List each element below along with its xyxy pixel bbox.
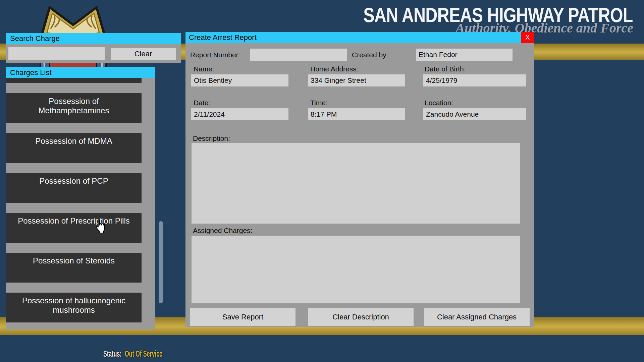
charge-item-pcp[interactable]: Possession of PCP [6, 173, 142, 203]
charges-list-title: Charges List [10, 68, 52, 77]
search-clear-label: Clear [135, 50, 152, 58]
clear-description-label: Clear Description [332, 313, 389, 321]
location-label: Location: [425, 99, 453, 107]
search-charge-header: Search Charge [6, 33, 181, 44]
date-label: Date: [194, 99, 210, 107]
date-field[interactable]: 2/11/2024 [191, 108, 288, 120]
time-label: Time: [310, 99, 328, 107]
search-charge-body: Clear [6, 44, 181, 63]
assigned-charges-box[interactable] [192, 236, 520, 303]
charge-item-steroids[interactable]: Possession of Steroids [6, 253, 142, 283]
status-value: Out Of Service [125, 349, 162, 359]
charges-list-scrollbar-thumb[interactable] [159, 221, 163, 303]
name-label: Name: [194, 65, 214, 73]
status-bar: Status: Out Of Service [103, 349, 162, 359]
time-field[interactable]: 8:17 PM [308, 108, 405, 120]
name-field[interactable]: Otis Bentley [191, 74, 288, 86]
charge-item-methamphetamines[interactable]: Possession of Methamphetamines [6, 93, 142, 123]
search-input[interactable] [8, 47, 105, 60]
charges-list-body: Possession of Methamphetamines Possessio… [6, 78, 155, 329]
charge-item-hallucinogenic-mushrooms[interactable]: Possession of hallucinogenic mushrooms [6, 293, 142, 322]
description-label: Description: [193, 134, 230, 142]
clear-description-button[interactable]: Clear Description [308, 308, 414, 326]
report-number-field[interactable] [250, 49, 347, 61]
charges-list-panel: Charges List Possession of Methamphetami… [6, 67, 155, 329]
charge-item-mdma[interactable]: Possession of MDMA [6, 133, 142, 163]
home-address-field[interactable]: 334 Ginger Street [308, 74, 405, 86]
date-of-birth-field[interactable]: 4/25/1979 [423, 74, 526, 86]
location-field[interactable]: Zancudo Avenue [423, 108, 526, 120]
home-address-label: Home Address: [310, 65, 359, 73]
report-window-title: Create Arrest Report [189, 33, 257, 42]
create-arrest-report-window: Create Arrest Report X Report Number: Cr… [185, 32, 534, 327]
charges-list-header: Charges List [6, 67, 155, 78]
charge-item-prescription-pills[interactable]: Possession of Prescription Pills [6, 213, 142, 243]
search-clear-button[interactable]: Clear [111, 48, 176, 60]
clear-assigned-charges-button[interactable]: Clear Assigned Charges [424, 308, 530, 326]
assigned-charges-label: Assigned Charges: [193, 227, 252, 235]
save-report-button[interactable]: Save Report [190, 308, 296, 326]
status-label: Status: [103, 349, 122, 359]
search-charge-panel: Search Charge Clear [6, 33, 181, 63]
save-report-label: Save Report [222, 313, 263, 321]
search-charge-title: Search Charge [10, 34, 60, 43]
description-textarea[interactable] [192, 143, 520, 224]
created-by-field[interactable]: Ethan Fedor [416, 49, 513, 61]
clear-assigned-charges-label: Clear Assigned Charges [437, 313, 517, 321]
date-of-birth-label: Date of Birth: [425, 65, 466, 73]
desktop: HIGHWAY SAN ANDREAS HIGHWAY PATROL Autho… [0, 0, 644, 362]
created-by-label: Created by: [352, 51, 388, 59]
charge-item-clipped[interactable] [6, 78, 142, 83]
report-number-label: Report Number: [190, 51, 240, 59]
report-window-body: Report Number: Created by: Ethan Fedor N… [185, 43, 534, 327]
report-window-titlebar: Create Arrest Report X [185, 32, 534, 43]
close-button[interactable]: X [521, 32, 534, 43]
close-icon: X [525, 34, 530, 41]
